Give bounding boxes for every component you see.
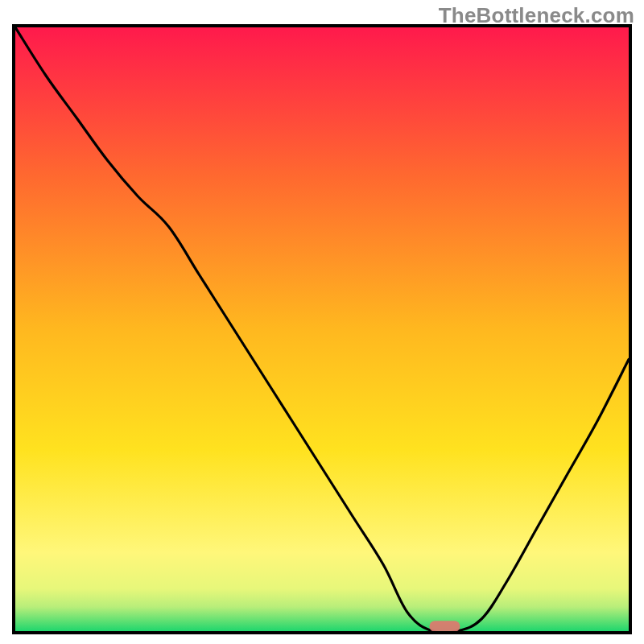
gradient-background	[15, 27, 629, 631]
chart-svg	[15, 27, 629, 631]
watermark-text: TheBottleneck.com	[439, 3, 634, 28]
chart-frame: TheBottleneck.com	[0, 0, 644, 644]
plot-area	[12, 24, 632, 634]
optimal-marker	[429, 621, 460, 631]
